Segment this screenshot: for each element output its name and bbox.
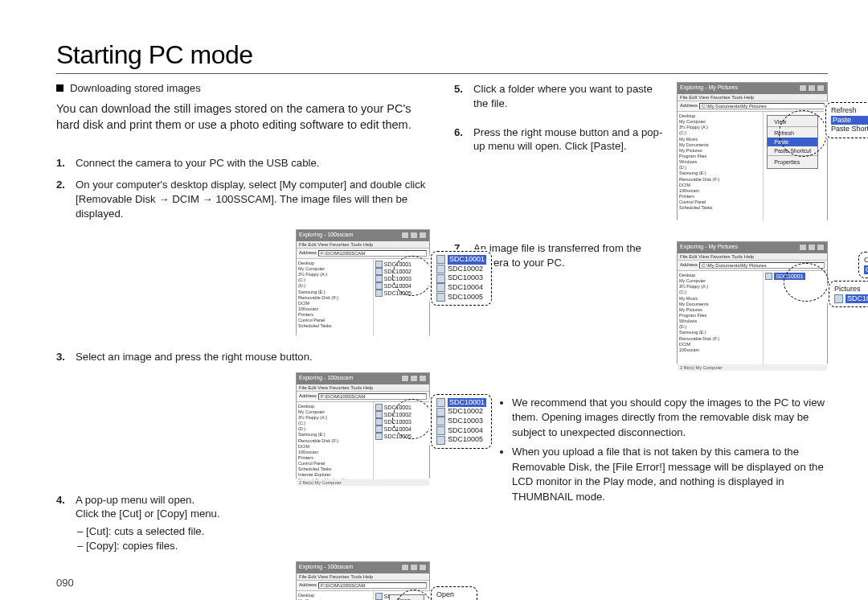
screenshot-step3: Exploring - 100sscam File Edit View Favo… bbox=[296, 372, 430, 479]
right-column: 5. Click a folder where you want to past… bbox=[454, 82, 828, 600]
max-icon bbox=[410, 232, 418, 239]
context-menu: Open Send To Cut Copy bbox=[389, 594, 424, 600]
left-column: Downloading stored images You can downlo… bbox=[56, 82, 430, 600]
step-number: 5. bbox=[454, 82, 465, 111]
bullet-square-icon bbox=[56, 84, 63, 92]
addr-label: Address bbox=[299, 250, 317, 257]
note-1: We recommend that you should copy the im… bbox=[512, 396, 828, 440]
step-number: 6. bbox=[454, 125, 465, 154]
screenshot-step6: Exploring - My Pictures File Edit View F… bbox=[677, 82, 828, 220]
zoom-context: Refresh Paste Paste Shortcut bbox=[825, 102, 868, 138]
step-number: 2. bbox=[56, 178, 68, 220]
zoom-context: Open Send To Cut Copy bbox=[431, 586, 477, 600]
step-number: 1. bbox=[56, 156, 68, 171]
page-number: 090 bbox=[56, 577, 74, 589]
step-3: Select an image and press the right mous… bbox=[76, 350, 430, 364]
screenshot-step4: Exploring - 100sscam File Edit View Favo… bbox=[296, 561, 430, 600]
context-menu: View Refresh Paste Paste Shortcut Proper… bbox=[767, 115, 818, 169]
zoom-filelist: SDC10001 SDC10002 SDC10003 SDC10004 SDC1… bbox=[431, 251, 492, 306]
step-6: Press the right mouse button and a pop-u… bbox=[473, 125, 667, 154]
step-5: Click a folder where you want to paste t… bbox=[473, 82, 667, 111]
zoom-context: Cut Copy bbox=[858, 252, 868, 278]
screenshot-step7: Exploring - My Pictures File Edit View F… bbox=[677, 241, 828, 364]
note-box: We recommend that you should copy the im… bbox=[454, 396, 828, 509]
step-4: A pop-up menu will open. Click the [Cut]… bbox=[76, 493, 430, 553]
note-2: When you upload a file that is not taken… bbox=[512, 445, 828, 504]
screenshot-step2: Exploring - 100sscam File Edit View Favo… bbox=[296, 229, 430, 335]
zoom-file: Pictures SDC10001 bbox=[829, 281, 868, 307]
title-rule bbox=[56, 73, 828, 74]
intro-text: You can download the still images stored… bbox=[56, 101, 430, 134]
folder-tree: Desktop My Computer 3½ Floppy (A:) (C:) … bbox=[297, 259, 374, 336]
step-number: 4. bbox=[56, 493, 68, 553]
file-pane: SDC10001 SDC10002 SDC10003 SDC10004 SDC1… bbox=[374, 259, 429, 336]
min-icon bbox=[401, 232, 409, 239]
zoom-filelist: SDC10001 SDC10002 SDC10003 SDC10004 SDC1… bbox=[431, 394, 492, 449]
step-7: An image file is transferred from the ca… bbox=[473, 241, 667, 270]
cut-desc: – [Cut]: cuts a selected file. bbox=[87, 524, 430, 539]
subhead: Downloading stored images bbox=[70, 82, 201, 94]
addr-value: F:\DCIM\100SSCAM bbox=[318, 250, 427, 257]
page-title: Starting PC mode bbox=[56, 40, 836, 70]
copy-desc: – [Copy]: copies files. bbox=[87, 539, 430, 553]
close-icon bbox=[419, 232, 427, 239]
step-2: On your computer's desktop display, sele… bbox=[76, 178, 430, 220]
step-1: Connect the camera to your PC with the U… bbox=[76, 156, 430, 171]
win-title: Exploring - 100sscam bbox=[299, 232, 353, 240]
step-number: 3. bbox=[56, 350, 68, 364]
win-menubar: File Edit View Favorites Tools Help bbox=[297, 241, 429, 249]
